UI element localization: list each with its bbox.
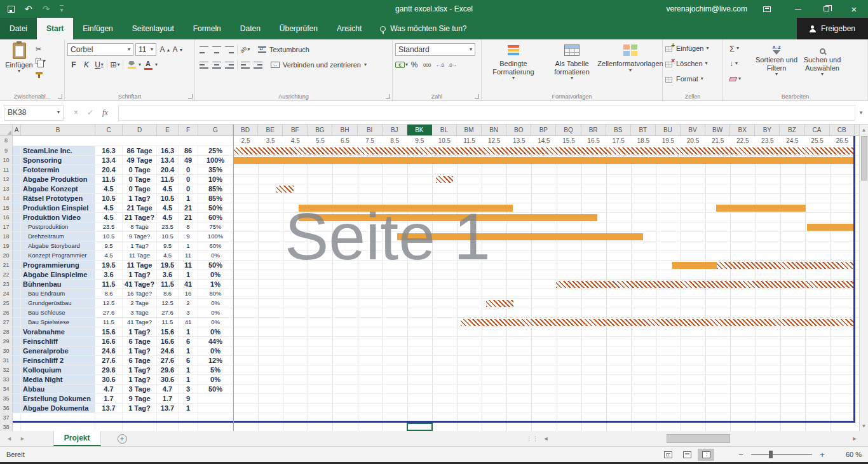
cell-A11[interactable] bbox=[13, 165, 21, 174]
gantt-area-row-22[interactable] bbox=[233, 270, 855, 279]
cell-F23[interactable]: 41 bbox=[179, 280, 198, 289]
cell-E18[interactable]: 10.5 bbox=[157, 232, 179, 241]
day-cell[interactable]: 20.5 bbox=[681, 136, 705, 146]
cell-E11[interactable]: 20.4 bbox=[157, 165, 179, 174]
row-header-37[interactable]: 37 bbox=[0, 413, 13, 422]
task-name-cell[interactable]: Generalprobe bbox=[21, 346, 95, 355]
align-left-button[interactable] bbox=[198, 59, 210, 71]
day-cell[interactable]: 23.5 bbox=[755, 136, 780, 146]
task-name-cell[interactable]: Programmierung bbox=[21, 261, 95, 270]
cell-F28[interactable]: 1 bbox=[179, 327, 198, 336]
cell-C30[interactable]: 24.6 bbox=[95, 346, 123, 355]
cell-A17[interactable] bbox=[13, 222, 21, 231]
day-cell[interactable]: 17.5 bbox=[606, 136, 631, 146]
col-header-BU[interactable]: BU bbox=[656, 125, 681, 135]
cell-D13[interactable]: 0 Tage bbox=[123, 184, 157, 193]
task-name-cell[interactable]: Produktion Einspiel bbox=[21, 203, 95, 212]
cell-G15[interactable]: 50% bbox=[198, 203, 233, 212]
col-header-E[interactable]: E bbox=[157, 125, 179, 135]
day-cell[interactable]: 24.5 bbox=[780, 136, 804, 146]
cell-F17[interactable]: 8 bbox=[179, 222, 198, 231]
cell-A10[interactable] bbox=[13, 156, 21, 165]
cell-C38[interactable] bbox=[95, 423, 123, 431]
copy-button[interactable]: ▾ bbox=[36, 56, 46, 66]
cell-C16[interactable]: 4.5 bbox=[95, 213, 123, 222]
row-header-28[interactable]: 28 bbox=[0, 327, 13, 336]
cell-G29[interactable]: 44% bbox=[198, 337, 233, 346]
row-header-16[interactable]: 16 bbox=[0, 213, 13, 222]
cell-C19[interactable]: 9.5 bbox=[95, 242, 123, 250]
underline-button[interactable]: U▾ bbox=[93, 59, 105, 71]
row-header-38[interactable]: 38 bbox=[0, 423, 13, 431]
cell-G21[interactable]: 50% bbox=[198, 261, 233, 270]
cell-E38[interactable] bbox=[157, 423, 179, 431]
cell-D24[interactable]: 16 Tage? bbox=[123, 289, 157, 298]
cell-G26[interactable]: 0% bbox=[198, 308, 233, 317]
font-dialog-launcher[interactable] bbox=[188, 94, 193, 99]
ribbon-tab-Überprüfen[interactable]: Überprüfen bbox=[270, 18, 327, 39]
day-cell[interactable]: 26.5 bbox=[830, 136, 855, 146]
cell-A34[interactable] bbox=[13, 385, 21, 393]
col-header-BH[interactable]: BH bbox=[332, 125, 357, 135]
add-sheet-button[interactable]: + bbox=[118, 431, 127, 446]
cell-F27[interactable]: 41 bbox=[179, 318, 198, 327]
col-header-A[interactable]: A bbox=[13, 125, 21, 135]
cell-D32[interactable]: 1 Tag? bbox=[123, 365, 157, 374]
cell-C12[interactable]: 11.5 bbox=[95, 175, 123, 184]
font-size-combo[interactable]: 11▾ bbox=[135, 43, 156, 56]
task-name-cell[interactable]: Feinschliff bbox=[21, 337, 95, 346]
gantt-area-row-33[interactable] bbox=[233, 375, 855, 384]
day-cell[interactable]: 6.5 bbox=[332, 136, 357, 146]
gantt-area-row-29[interactable] bbox=[233, 337, 855, 346]
cell-E23[interactable]: 11.5 bbox=[157, 280, 179, 289]
col-header-BN[interactable]: BN bbox=[482, 125, 506, 135]
cell-D28[interactable]: 1 Tag? bbox=[123, 327, 157, 336]
col-header-BT[interactable]: BT bbox=[631, 125, 656, 135]
row-header-35[interactable]: 35 bbox=[0, 394, 13, 403]
cell-G23[interactable]: 1% bbox=[198, 280, 233, 289]
cell-D11[interactable]: 0 Tage bbox=[123, 165, 157, 174]
cell-D33[interactable]: 1 Tag? bbox=[123, 375, 157, 384]
task-name-cell[interactable]: Bau Endraum bbox=[21, 289, 95, 298]
save-icon[interactable] bbox=[8, 6, 15, 13]
comma-style-button[interactable]: 000 bbox=[421, 59, 433, 71]
cell-A30[interactable] bbox=[13, 346, 21, 355]
accounting-format-button[interactable]: €▾ bbox=[395, 59, 408, 71]
cell-C26[interactable]: 27.6 bbox=[95, 308, 123, 317]
task-name-cell[interactable]: SteamLine Inc. bbox=[21, 146, 95, 155]
ribbon-tab-Seitenlayout[interactable]: Seitenlayout bbox=[123, 18, 184, 39]
col-header-BI[interactable]: BI bbox=[358, 125, 383, 135]
tell-me-box[interactable]: Was möchten Sie tun? bbox=[371, 18, 475, 39]
gantt-area-row-24[interactable] bbox=[233, 289, 855, 298]
cell-E15[interactable]: 4.5 bbox=[157, 203, 179, 212]
vscroll-down-button[interactable]: ▼ bbox=[862, 421, 867, 431]
gantt-area-row-9[interactable] bbox=[233, 146, 855, 155]
cancel-icon[interactable]: × bbox=[74, 108, 78, 117]
cell-C32[interactable]: 29.6 bbox=[95, 365, 123, 374]
cell-C35[interactable]: 1.7 bbox=[95, 394, 123, 403]
cell-A13[interactable] bbox=[13, 184, 21, 193]
zoom-slider[interactable] bbox=[751, 454, 812, 455]
cell-D36[interactable]: 1 Tag? bbox=[123, 404, 157, 413]
cell-F10[interactable]: 49 bbox=[179, 156, 198, 165]
gantt-area-row-14[interactable] bbox=[233, 194, 855, 203]
gantt-area-row-28[interactable] bbox=[233, 327, 855, 336]
minimize-button[interactable] bbox=[784, 0, 812, 18]
row-header-20[interactable]: 20 bbox=[0, 251, 13, 260]
number-format-combo[interactable]: Standard▾ bbox=[395, 43, 475, 56]
cell-D38[interactable] bbox=[123, 423, 157, 431]
zoom-level-label[interactable]: 60 % bbox=[835, 451, 862, 458]
sheet-nav-left-button[interactable]: ◄ bbox=[6, 435, 12, 442]
borders-button[interactable]: ⊞▾ bbox=[109, 59, 121, 71]
row-header-10[interactable]: 10 bbox=[0, 156, 13, 165]
cell-A37[interactable] bbox=[13, 413, 21, 422]
cell-D14[interactable]: 1 Tag? bbox=[123, 194, 157, 203]
cell-G25[interactable]: 0% bbox=[198, 299, 233, 308]
col-header-BX[interactable]: BX bbox=[730, 125, 755, 135]
gantt-area-row-31[interactable] bbox=[233, 356, 855, 365]
day-cell[interactable]: 10.5 bbox=[432, 136, 457, 146]
italic-button[interactable]: K bbox=[80, 59, 93, 71]
increase-indent-button[interactable] bbox=[252, 59, 264, 71]
cell-A16[interactable] bbox=[13, 213, 21, 222]
cell-A35[interactable] bbox=[13, 394, 21, 403]
